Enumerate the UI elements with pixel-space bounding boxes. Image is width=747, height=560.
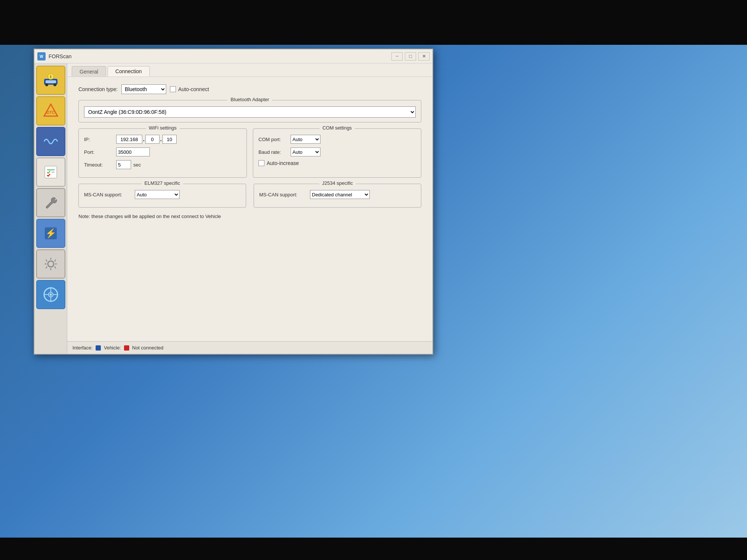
top-bar [0,0,747,45]
svg-point-17 [48,261,54,267]
ip-part1[interactable] [116,135,142,144]
status-bar: Interface: Vehicle: Not connected [67,341,433,354]
ip-part3[interactable] [162,135,177,144]
wifi-timeout-label: Timeout: [84,162,114,168]
wifi-ip-label: IP: [84,137,114,142]
svg-text:i: i [50,75,51,79]
elm-mscan-label: MS-CAN support: [84,192,133,197]
interface-label: Interface: [72,345,93,351]
auto-increase-checkbox[interactable] [258,160,264,166]
com-port-label: COM port: [258,137,288,142]
note-text: Note: these changes will be applied on t… [78,214,421,219]
wifi-group-title: WiFi settings [146,125,179,131]
sidebar-btn-flash[interactable]: ⚡ [36,219,65,248]
connection-type-row: Connection type: Bluetooth WiFi COM port… [78,84,421,94]
elm-mscan-row: MS-CAN support: Auto Disabled Enabled [84,190,241,199]
bluetooth-group: Bluetooth Adapter OontZ Angle (36:C9:0D:… [78,100,421,122]
auto-increase-label[interactable]: Auto-increase [258,160,299,166]
sidebar-btn-checklist[interactable] [36,158,65,187]
maximize-button[interactable]: □ [405,52,416,60]
wifi-port-row: Port: [84,147,241,156]
ip-dot1: . [143,136,145,142]
vehicle-status-dot [124,345,129,351]
auto-increase-row: Auto-increase [258,160,416,166]
vehicle-label: Vehicle: [104,345,121,351]
connection-type-select[interactable]: Bluetooth WiFi COM port J2534 [121,84,166,94]
elm-mscan-select[interactable]: Auto Disabled Enabled [135,190,180,199]
ip-dot2: . [160,136,162,142]
wifi-timeout-unit: sec [133,162,163,168]
wifi-port-label: Port: [84,149,114,155]
wifi-timeout-row: Timeout: sec [84,160,241,169]
j2534-group: J2534 specific MS-CAN support: Dedicated… [254,184,421,208]
elm-group-title: ELM327 specific [142,180,183,186]
app-window: W FORScan − □ ✕ i [34,49,433,355]
title-bar: W FORScan − □ ✕ [34,49,433,63]
com-port-row: COM port: Auto COM1 COM2 COM3 [258,135,416,144]
svg-point-5 [53,83,56,86]
com-group: COM settings COM port: Auto COM1 COM2 CO… [253,128,421,178]
wifi-port-input[interactable] [116,147,150,156]
sidebar: i DTC [34,63,67,354]
minimize-button[interactable]: − [391,52,403,60]
sidebar-btn-steering[interactable]: ? [36,280,65,309]
ip-part2[interactable] [145,135,159,144]
auto-connect-label[interactable]: Auto-connect [170,86,209,92]
bottom-bar [0,538,747,560]
j2534-mscan-select[interactable]: Dedicated channel Auto Disabled [310,190,370,199]
auto-connect-checkbox[interactable] [170,86,176,92]
content-area: Connection type: Bluetooth WiFi COM port… [67,77,433,341]
svg-text:?: ? [50,293,52,297]
close-button[interactable]: ✕ [418,52,430,60]
app-icon: W [37,52,46,60]
sidebar-btn-wave[interactable] [36,127,65,156]
sidebar-btn-info[interactable]: i [36,66,65,95]
com-group-title: COM settings [319,125,355,131]
sidebar-btn-dtc[interactable]: DTC [36,96,65,125]
elm-group: ELM327 specific MS-CAN support: Auto Dis… [78,184,246,208]
sidebar-btn-wrench[interactable] [36,188,65,217]
ip-input-group: . . [116,135,177,144]
svg-point-4 [45,83,48,86]
connection-status: Not connected [132,345,164,351]
sidebar-btn-settings[interactable] [36,249,65,279]
svg-rect-3 [46,80,56,83]
baud-rate-select[interactable]: Auto 9600 19200 38400 57600 115200 [291,147,320,156]
baud-rate-row: Baud rate: Auto 9600 19200 38400 57600 1… [258,147,416,156]
tab-bar: General Connection [67,63,433,77]
wifi-group: WiFi settings IP: . . [78,128,247,178]
app-title: FORScan [49,53,71,59]
connection-type-label: Connection type: [78,86,118,92]
com-port-select[interactable]: Auto COM1 COM2 COM3 [291,135,320,144]
tab-general[interactable]: General [72,66,106,77]
window-controls: − □ ✕ [391,52,430,60]
j2534-mscan-label: MS-CAN support: [259,192,308,197]
svg-text:DTC: DTC [46,110,55,115]
tab-connection[interactable]: Connection [108,66,150,77]
baud-rate-label: Baud rate: [258,149,288,155]
interface-status-dot [96,345,101,351]
elm-j2534-row: ELM327 specific MS-CAN support: Auto Dis… [78,184,421,208]
wifi-timeout-input[interactable] [116,160,131,169]
j2534-mscan-row: MS-CAN support: Dedicated channel Auto D… [259,190,416,199]
bluetooth-adapter-select[interactable]: OontZ Angle (36:C9:0D:96:0F:58) [84,106,416,118]
wifi-com-row: WiFi settings IP: . . [78,128,421,178]
wifi-ip-row: IP: . . [84,135,241,144]
j2534-group-title: J2534 specific [319,180,356,186]
svg-rect-10 [45,166,57,178]
bluetooth-group-title: Bluetooth Adapter [227,97,272,102]
svg-text:W: W [40,55,43,59]
svg-text:⚡: ⚡ [45,228,56,239]
